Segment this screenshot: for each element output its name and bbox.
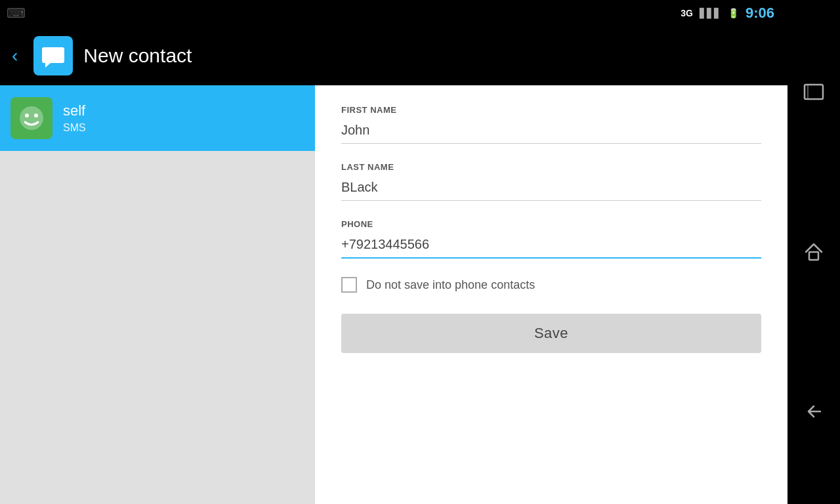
signal-icon: ▋▋▋: [700, 8, 721, 18]
main-container: self SMS FIRST NAME LAST NAME PHONE Do n…: [0, 85, 788, 504]
keyboard-icon: ⌨: [7, 5, 26, 21]
contact-info: self SMS: [63, 102, 86, 134]
contact-type: SMS: [63, 122, 86, 134]
home-icon: [802, 240, 826, 264]
first-name-group: FIRST NAME: [341, 105, 761, 144]
home-button[interactable]: [797, 236, 830, 268]
page-title: New contact: [83, 45, 192, 67]
svg-marker-1: [45, 63, 51, 68]
phone-group: PHONE: [341, 219, 761, 259]
last-name-label: LAST NAME: [341, 162, 761, 172]
back-arrow-icon: [802, 400, 826, 423]
checkbox-row: Do not save into phone contacts: [341, 277, 761, 293]
last-name-input[interactable]: [341, 177, 761, 201]
first-name-input[interactable]: [341, 120, 761, 144]
back-button[interactable]: ‹: [7, 40, 23, 72]
clock: 9:06: [746, 5, 774, 22]
chat-icon: [40, 43, 66, 69]
last-name-group: LAST NAME: [341, 162, 761, 201]
sidebar: self SMS: [0, 85, 315, 504]
phone-label: PHONE: [341, 219, 761, 229]
recent-apps-icon: [802, 81, 826, 104]
battery-icon: 🔋: [728, 8, 739, 18]
svg-rect-0: [42, 47, 64, 63]
app-icon: [33, 36, 73, 75]
contact-name: self: [63, 102, 86, 119]
do-not-save-checkbox[interactable]: [341, 277, 357, 293]
first-name-label: FIRST NAME: [341, 105, 761, 115]
smiley-icon: [17, 104, 46, 133]
recent-apps-button[interactable]: [797, 76, 830, 109]
form-panel: FIRST NAME LAST NAME PHONE Do not save i…: [315, 85, 788, 504]
status-bar: 3G ▋▋▋ 🔋 9:06: [0, 0, 788, 26]
svg-point-2: [20, 106, 43, 130]
contact-avatar: [10, 97, 52, 139]
contact-item[interactable]: self SMS: [0, 85, 315, 151]
svg-point-4: [34, 114, 38, 117]
checkbox-label: Do not save into phone contacts: [366, 278, 535, 292]
right-nav: [788, 0, 840, 504]
network-indicator: 3G: [681, 8, 693, 18]
save-button[interactable]: Save: [341, 314, 761, 353]
nav-bar: ‹ New contact: [0, 26, 788, 85]
svg-rect-7: [809, 252, 818, 260]
svg-point-3: [25, 114, 29, 117]
back-nav-button[interactable]: [797, 395, 830, 428]
phone-input[interactable]: [341, 234, 761, 259]
